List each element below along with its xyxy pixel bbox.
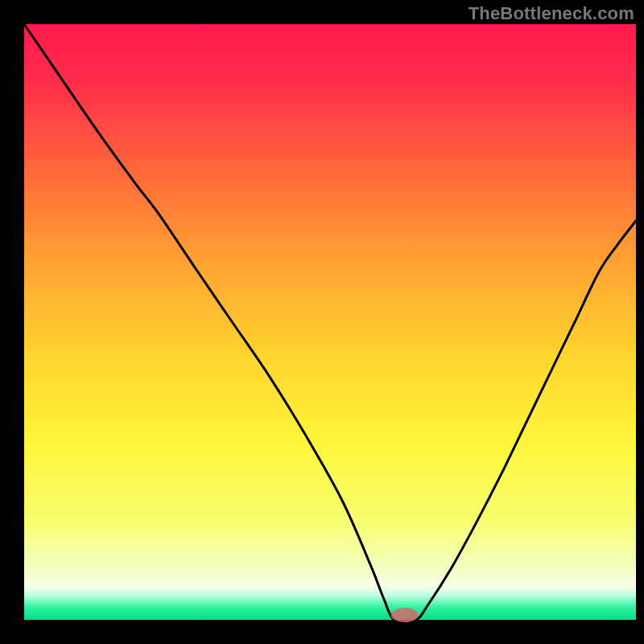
optimal-marker <box>391 608 419 622</box>
watermark-text: TheBottleneck.com <box>469 3 634 24</box>
gradient-background <box>24 24 636 620</box>
chart-frame: TheBottleneck.com <box>0 0 644 644</box>
bottleneck-chart <box>0 0 644 644</box>
